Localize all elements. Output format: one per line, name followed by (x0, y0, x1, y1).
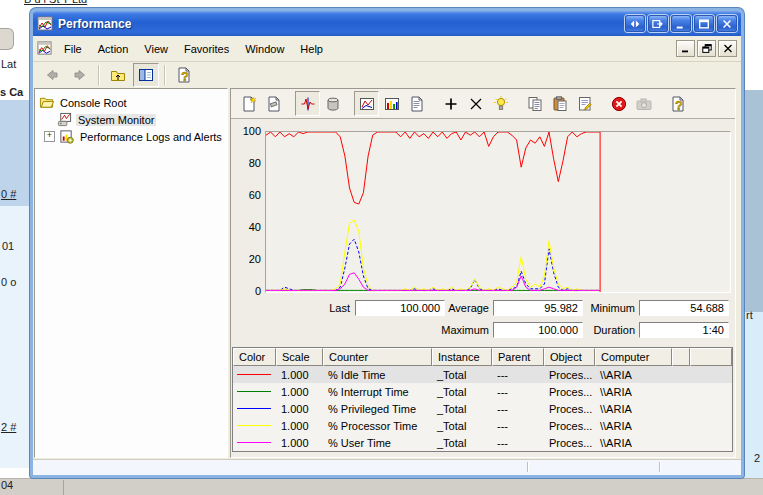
y-axis-tick-label: 100 (233, 125, 261, 137)
legend-row[interactable]: 1.000% User Time_Total---Proces...\\ARIA (233, 434, 732, 451)
show-hide-console-tree-button[interactable] (133, 63, 159, 87)
menu-help[interactable]: Help (292, 40, 331, 58)
copy-properties-button[interactable] (522, 91, 547, 116)
background-close-button (0, 28, 14, 50)
help-about-button[interactable]: ? (665, 91, 690, 116)
legend-scale: 1.000 (276, 386, 323, 398)
legend-computer: \\ARIA (595, 386, 672, 398)
maximize-button[interactable] (694, 15, 714, 32)
new-counter-set-button[interactable] (236, 91, 261, 116)
tree-item[interactable]: System Monitor (35, 111, 227, 128)
delete-counter-icon (468, 96, 484, 112)
legend-column-header-computer[interactable]: Computer (595, 348, 672, 366)
new-counter-set-icon (241, 96, 257, 112)
tree-item[interactable]: Console Root (35, 94, 227, 111)
title-bar[interactable]: Performance (33, 11, 741, 36)
legend-column-header-object[interactable]: Object (544, 348, 595, 366)
menu-action[interactable]: Action (90, 40, 137, 58)
background-text-fragment: 0 # (1, 188, 16, 200)
help-button[interactable]: ? (171, 63, 197, 87)
background-text-fragment: s Ca (0, 86, 23, 98)
legend-row[interactable]: 1.000% Idle Time_Total---Proces...\\ARIA (233, 366, 732, 383)
tree-item-label: Performance Logs and Alerts (78, 131, 224, 143)
child-minimize-button[interactable] (676, 40, 695, 57)
toolbar-separator (98, 65, 100, 85)
stat-minimum-label: Minimum (573, 302, 635, 314)
child-close-button[interactable] (718, 40, 737, 57)
legend-column-header-parent[interactable]: Parent (492, 348, 544, 366)
y-axis-tick-label: 20 (233, 253, 261, 265)
freeze-display-button[interactable] (606, 91, 631, 116)
view-histogram-icon (384, 96, 400, 112)
menu-window[interactable]: Window (237, 40, 292, 58)
properties-button[interactable] (572, 91, 597, 116)
close-button[interactable] (717, 15, 737, 32)
stat-duration-label: Duration (573, 324, 635, 336)
legend-computer: \\ARIA (595, 437, 672, 449)
delete-counter-button[interactable] (463, 91, 488, 116)
tree-item[interactable]: +Performance Logs and Alerts (35, 128, 227, 145)
tree-expander[interactable]: + (44, 131, 55, 142)
view-graph-button[interactable] (354, 91, 379, 116)
legend-parent: --- (492, 420, 544, 432)
menu-view[interactable]: View (136, 40, 176, 58)
highlight-button[interactable] (488, 91, 513, 116)
background-bottom-divider (63, 480, 64, 495)
legend-scale: 1.000 (276, 403, 323, 415)
view-log-data-button[interactable] (320, 91, 345, 116)
legend-column-header-color[interactable]: Color (233, 348, 276, 366)
clear-display-button[interactable] (261, 91, 286, 116)
svg-text:?: ? (181, 69, 189, 84)
performance-app-icon (37, 16, 53, 32)
background-text-fragment: 04 (1, 479, 13, 491)
legend-computer: \\ARIA (595, 420, 672, 432)
background-text-fragment: 0 o (1, 276, 16, 288)
legend-column-header-instance[interactable]: Instance (432, 348, 492, 366)
series--idle-time (266, 132, 600, 292)
properties-icon (577, 96, 593, 112)
pan-arrows-button[interactable] (625, 15, 645, 32)
legend-scale: 1.000 (276, 369, 323, 381)
copy-properties-icon (527, 96, 543, 112)
stat-last-label: Last (288, 302, 350, 314)
background-text-fragment: 01 (2, 240, 14, 252)
minimize-button[interactable] (671, 15, 691, 32)
legend-instance: _Total (432, 420, 492, 432)
view-report-button[interactable] (404, 91, 429, 116)
stat-average-value: 95.982 (493, 300, 583, 316)
legend-column-header-blank[interactable] (690, 348, 732, 366)
paste-counter-list-button[interactable] (547, 91, 572, 116)
child-restore-button[interactable] (697, 40, 716, 57)
add-counters-button[interactable] (438, 91, 463, 116)
legend-row[interactable]: 1.000% Interrupt Time_Total---Proces...\… (233, 383, 732, 400)
svg-text:?: ? (675, 97, 683, 112)
help-about-icon: ? (670, 96, 686, 112)
legend-object: Proces... (544, 386, 595, 398)
tree-item-label: System Monitor (76, 114, 156, 126)
menu-favorites[interactable]: Favorites (176, 40, 237, 58)
clear-display-icon (266, 96, 282, 112)
console-window-icon (37, 41, 52, 56)
detach-window-icon (651, 18, 665, 30)
legend-row[interactable]: 1.000% Privileged Time_Total---Proces...… (233, 400, 732, 417)
up-one-level-button[interactable] (105, 63, 131, 87)
legend-column-header-blank[interactable] (672, 348, 690, 366)
forward-button (67, 63, 93, 87)
legend-row[interactable]: 1.000% Processor Time_Total---Proces...\… (233, 417, 732, 434)
legend-instance: _Total (432, 403, 492, 415)
stat-maximum-value: 100.000 (493, 322, 583, 338)
view-graph-icon (359, 96, 375, 112)
close-icon (723, 44, 733, 53)
legend-counter: % Privileged Time (323, 403, 432, 415)
legend-column-header-scale[interactable]: Scale (276, 348, 323, 366)
maximize-icon (697, 18, 711, 30)
legend-column-header-counter[interactable]: Counter (323, 348, 432, 366)
status-bar (33, 459, 741, 475)
y-axis-tick-label: 80 (233, 157, 261, 169)
detach-window-button[interactable] (648, 15, 668, 32)
restore-icon (702, 44, 712, 53)
system-monitor-pane: ? 100806040200 Last 100.000 Average 95.9… (230, 88, 736, 458)
view-histogram-button[interactable] (379, 91, 404, 116)
view-current-activity-button[interactable] (295, 91, 320, 116)
menu-file[interactable]: File (56, 40, 90, 58)
